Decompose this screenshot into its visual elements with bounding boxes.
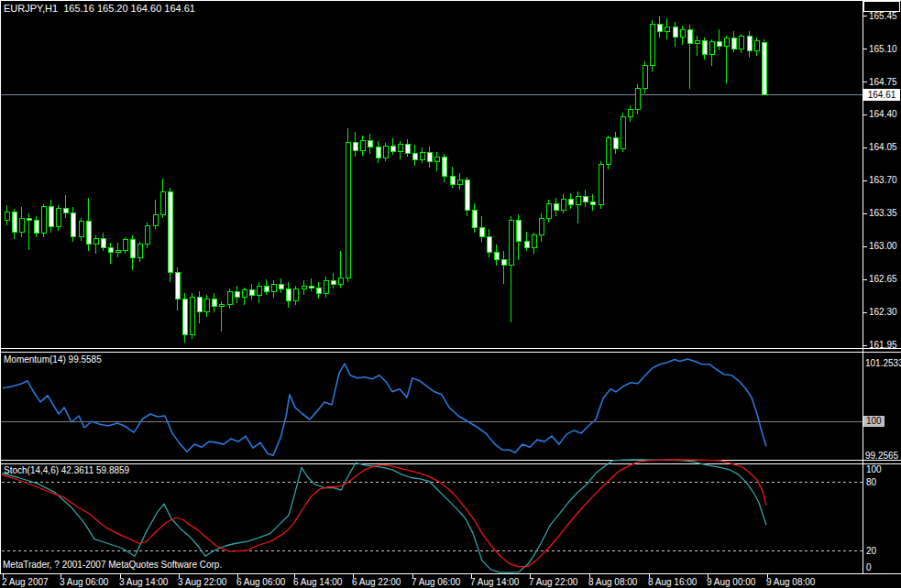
candle-body [293, 289, 298, 300]
candle-body [175, 273, 180, 299]
stoch-axis-label: 20 [866, 546, 877, 556]
candle-body [101, 239, 105, 247]
candle-body [204, 299, 209, 312]
candle-body [606, 138, 610, 165]
candle-body [576, 196, 580, 204]
candle-body [702, 41, 707, 54]
candle-body [479, 227, 484, 236]
candle-body [717, 42, 721, 47]
candle-body [709, 42, 714, 54]
price-axis-label: 164.75 [869, 77, 897, 87]
candle-body [427, 152, 432, 161]
candle-body [182, 299, 187, 335]
candle-body [27, 218, 31, 220]
candle-body [487, 237, 491, 252]
candle-body [168, 191, 172, 272]
candle-body [643, 66, 647, 89]
candle-body [197, 298, 202, 312]
price-axis-label: 165.45 [869, 11, 897, 21]
candle-body [123, 240, 127, 250]
candle-body [398, 145, 402, 151]
time-axis-label: 6 Aug 22:00 [352, 577, 401, 587]
momentum-line [3, 359, 766, 455]
current-price-tag: 164.61 [863, 89, 900, 101]
price-axis-label: 163.00 [869, 241, 897, 251]
candle-body [532, 235, 536, 247]
candle-body [695, 41, 699, 44]
candle-body [376, 147, 380, 158]
chart-canvas[interactable]: 165.45165.10164.75164.40164.05163.70163.… [0, 0, 901, 588]
candle-body [115, 250, 120, 252]
candle-body [286, 289, 291, 300]
candle-body [5, 212, 9, 220]
momentum-indicator-label: Momentum(14) 99.5585 [4, 354, 102, 365]
momentum-axis-label: 99.2565 [865, 451, 899, 461]
candle-body [324, 280, 328, 293]
candle-body [346, 143, 350, 278]
time-axis-label: 7 Aug 22:00 [529, 577, 578, 587]
candle-body [41, 207, 46, 234]
candle-body [657, 24, 662, 31]
candle-body [271, 284, 276, 291]
candle-body [747, 37, 752, 50]
candle-body [145, 225, 149, 245]
candle-body [680, 29, 685, 37]
candle-body [86, 221, 91, 245]
candle-body [442, 157, 446, 177]
price-axis-label: 164.05 [869, 142, 897, 152]
candle-body [249, 289, 254, 295]
candle-body [739, 37, 743, 49]
candle-body [420, 152, 424, 159]
candle-body [383, 147, 388, 158]
candle-body [130, 240, 135, 258]
momentum-axis-label: 101.2533 [865, 358, 901, 368]
mt4-chart-window: 165.45165.10164.75164.40164.05163.70163.… [0, 0, 901, 588]
candle-body [137, 245, 142, 257]
candle-body [621, 116, 625, 148]
candle-body [450, 177, 455, 184]
stoch-indicator-label: Stoch(14,4,6) 42.3611 59.8859 [4, 465, 129, 475]
candle-body [561, 200, 566, 211]
time-axis-label: 3 Aug 14:00 [119, 577, 169, 587]
stoch-axis-label: 80 [866, 477, 877, 487]
time-axis-label: 3 Aug 06:00 [60, 577, 109, 587]
candle-body [12, 212, 16, 233]
time-axis-label: 2 Aug 2007 [2, 577, 49, 587]
price-axis-label: 164.40 [869, 109, 897, 119]
candle-body [242, 289, 247, 297]
candle-body [628, 110, 632, 116]
time-axis-label: 6 Aug 06:00 [236, 577, 286, 587]
candle-body [554, 204, 558, 211]
candle-body [160, 191, 165, 214]
price-axis-label: 163.70 [869, 175, 897, 185]
time-axis-label: 3 Aug 22:00 [178, 577, 227, 587]
candle-body [568, 200, 573, 205]
candle-body [590, 202, 595, 205]
candle-body [212, 299, 216, 307]
candle-body [153, 214, 158, 225]
time-axis-label: 8 Aug 08:00 [588, 577, 638, 587]
candle-body [302, 286, 306, 289]
candle-body [34, 220, 38, 233]
time-axis-label: 7 Aug 14:00 [470, 577, 520, 587]
candle-body [257, 286, 261, 295]
candle-body [235, 291, 239, 297]
price-axis-label: 163.35 [869, 208, 897, 218]
candle-body [434, 157, 439, 161]
candle-body [650, 24, 654, 65]
time-axis-label: 8 Aug 16:00 [648, 577, 698, 587]
candle-body [227, 291, 232, 304]
stoch-axis-label: 0 [866, 562, 872, 572]
candle-body [599, 165, 603, 205]
candle-body [635, 88, 640, 110]
candle-body [673, 27, 677, 37]
candle-body [465, 180, 469, 211]
stoch-main-line [2, 460, 766, 572]
candle-body [331, 280, 335, 284]
candle-body [613, 138, 618, 148]
candle-body [353, 143, 357, 150]
candle-body [368, 141, 372, 147]
candle-body [338, 278, 343, 284]
candle-body [665, 27, 669, 31]
candle-body [108, 247, 113, 252]
